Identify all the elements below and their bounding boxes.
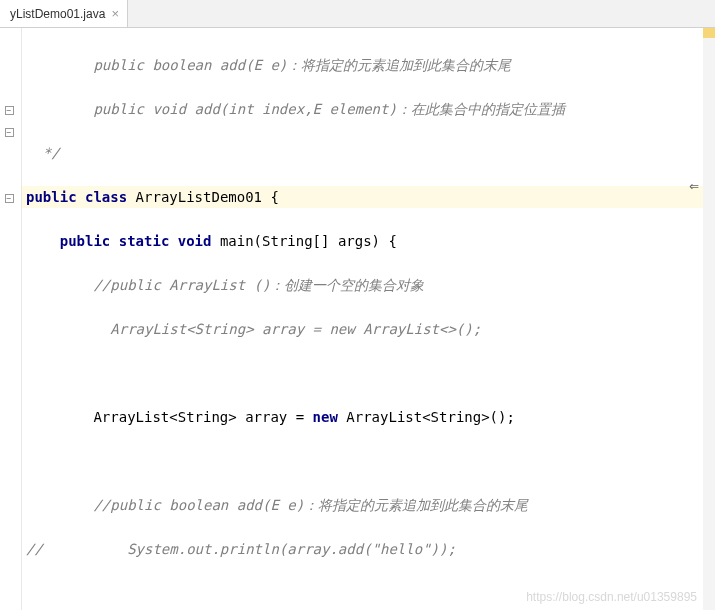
code-line: public static void main(String[] args) { [26, 230, 715, 252]
tab-label: yListDemo01.java [10, 7, 105, 21]
code-line: public class ArrayListDemo01 { [22, 186, 715, 208]
fold-icon[interactable]: − [3, 192, 15, 204]
file-tab[interactable]: yListDemo01.java × [0, 0, 128, 27]
code-line: // System.out.println(array.add("hello")… [26, 538, 715, 560]
code-line: */ [26, 142, 715, 164]
code-line: ArrayList<String> array = new ArrayList<… [26, 406, 715, 428]
code-line: ArrayList<String> array = new ArrayList<… [26, 318, 715, 340]
code-line: public void add(int index,E element)：在此集… [26, 98, 715, 120]
close-icon[interactable]: × [111, 6, 119, 21]
code-line: //public boolean add(E e)：将指定的元素追加到此集合的末… [26, 494, 715, 516]
back-arrow-icon[interactable]: ⇐ [689, 176, 699, 195]
tab-bar: yListDemo01.java × [0, 0, 715, 28]
fold-icon[interactable]: − [3, 126, 15, 138]
code-line [26, 362, 715, 384]
error-stripe[interactable] [703, 28, 715, 610]
code-line: public boolean add(E e)：将指定的元素追加到此集合的末尾 [26, 54, 715, 76]
fold-icon[interactable]: − [3, 104, 15, 116]
editor[interactable]: − − − public boolean add(E e)：将指定的元素追加到此… [0, 28, 715, 610]
code-line: //public ArrayList ()：创建一个空的集合对象 [26, 274, 715, 296]
warning-marker[interactable] [703, 28, 715, 38]
watermark: https://blog.csdn.net/u01359895 [526, 590, 697, 604]
code-line [26, 450, 715, 472]
gutter: − − − [0, 28, 22, 610]
code-area[interactable]: public boolean add(E e)：将指定的元素追加到此集合的末尾 … [22, 28, 715, 610]
